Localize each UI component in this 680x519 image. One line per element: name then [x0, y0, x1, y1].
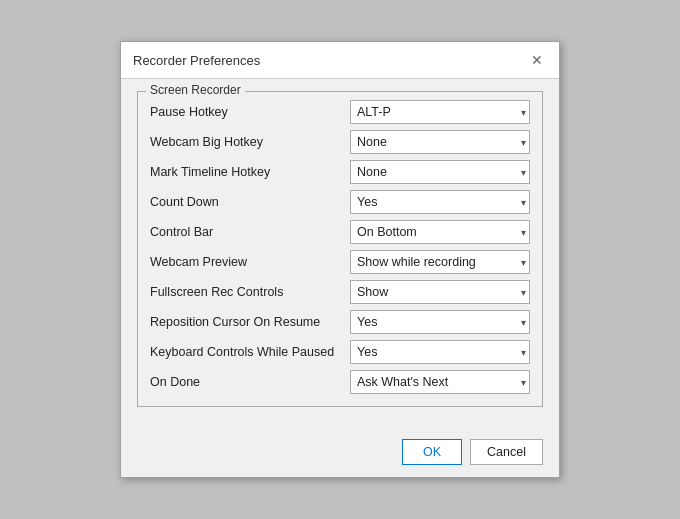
select-1[interactable]: NoneALT-WALT-B — [350, 130, 530, 154]
field-label-3: Count Down — [150, 195, 350, 209]
select-8[interactable]: YesNo — [350, 340, 530, 364]
select-3[interactable]: YesNo — [350, 190, 530, 214]
select-wrapper-2: NoneALT-MALT-T▾ — [350, 160, 530, 184]
form-row: Keyboard Controls While PausedYesNo▾ — [150, 340, 530, 364]
dialog-title: Recorder Preferences — [133, 53, 260, 68]
select-wrapper-5: Show while recordingHide while recording… — [350, 250, 530, 274]
field-label-7: Reposition Cursor On Resume — [150, 315, 350, 329]
field-label-0: Pause Hotkey — [150, 105, 350, 119]
field-label-1: Webcam Big Hotkey — [150, 135, 350, 149]
dialog-body: Screen Recorder Pause HotkeyALT-PNoneALT… — [121, 79, 559, 431]
select-wrapper-4: On BottomOn TopHidden▾ — [350, 220, 530, 244]
form-row: Reposition Cursor On ResumeYesNo▾ — [150, 310, 530, 334]
field-label-5: Webcam Preview — [150, 255, 350, 269]
select-4[interactable]: On BottomOn TopHidden — [350, 220, 530, 244]
form-row: Webcam Big HotkeyNoneALT-WALT-B▾ — [150, 130, 530, 154]
group-legend: Screen Recorder — [146, 83, 245, 97]
select-6[interactable]: ShowHide — [350, 280, 530, 304]
select-wrapper-1: NoneALT-WALT-B▾ — [350, 130, 530, 154]
form-row: Mark Timeline HotkeyNoneALT-MALT-T▾ — [150, 160, 530, 184]
cancel-button[interactable]: Cancel — [470, 439, 543, 465]
form-row: Pause HotkeyALT-PNoneALT-SALT-R▾ — [150, 100, 530, 124]
select-7[interactable]: YesNo — [350, 310, 530, 334]
select-wrapper-8: YesNo▾ — [350, 340, 530, 364]
select-wrapper-9: Ask What's NextStop RecordingShow record… — [350, 370, 530, 394]
field-label-8: Keyboard Controls While Paused — [150, 345, 350, 359]
field-label-4: Control Bar — [150, 225, 350, 239]
screen-recorder-group: Screen Recorder Pause HotkeyALT-PNoneALT… — [137, 91, 543, 407]
field-label-9: On Done — [150, 375, 350, 389]
select-wrapper-0: ALT-PNoneALT-SALT-R▾ — [350, 100, 530, 124]
select-wrapper-3: YesNo▾ — [350, 190, 530, 214]
form-row: On DoneAsk What's NextStop RecordingShow… — [150, 370, 530, 394]
select-0[interactable]: ALT-PNoneALT-SALT-R — [350, 100, 530, 124]
recorder-preferences-dialog: Recorder Preferences ✕ Screen Recorder P… — [120, 41, 560, 478]
field-label-6: Fullscreen Rec Controls — [150, 285, 350, 299]
title-bar: Recorder Preferences ✕ — [121, 42, 559, 79]
select-wrapper-7: YesNo▾ — [350, 310, 530, 334]
select-2[interactable]: NoneALT-MALT-T — [350, 160, 530, 184]
dialog-footer: OK Cancel — [121, 431, 559, 477]
form-rows: Pause HotkeyALT-PNoneALT-SALT-R▾Webcam B… — [150, 100, 530, 394]
form-row: Fullscreen Rec ControlsShowHide▾ — [150, 280, 530, 304]
ok-button[interactable]: OK — [402, 439, 462, 465]
form-row: Control BarOn BottomOn TopHidden▾ — [150, 220, 530, 244]
form-row: Count DownYesNo▾ — [150, 190, 530, 214]
select-wrapper-6: ShowHide▾ — [350, 280, 530, 304]
select-5[interactable]: Show while recordingHide while recording… — [350, 250, 530, 274]
field-label-2: Mark Timeline Hotkey — [150, 165, 350, 179]
form-row: Webcam PreviewShow while recordingHide w… — [150, 250, 530, 274]
select-9[interactable]: Ask What's NextStop RecordingShow record… — [350, 370, 530, 394]
close-button[interactable]: ✕ — [527, 50, 547, 70]
